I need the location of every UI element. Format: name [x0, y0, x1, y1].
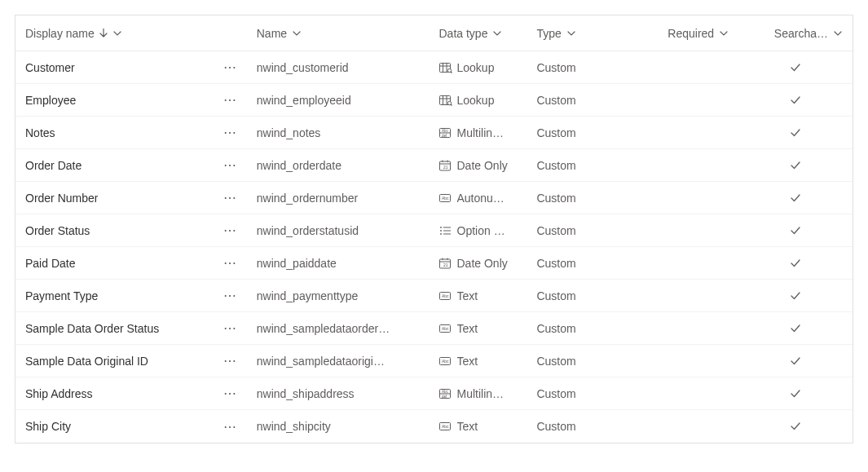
row-actions-button[interactable]: ⋯ [214, 255, 247, 271]
row-actions-button[interactable]: ⋯ [214, 190, 247, 205]
name-text: nwind_shipaddress [257, 387, 355, 400]
data-type-text: Autonu… [457, 192, 504, 205]
name-text: nwind_paymenttype [257, 289, 359, 302]
cell-data-type: Lookup [430, 61, 527, 74]
check-icon [790, 95, 801, 106]
svg-text:21: 21 [443, 262, 448, 267]
cell-display-name[interactable]: Payment Type [15, 289, 214, 302]
chevron-down-icon [833, 29, 843, 38]
row-actions-button[interactable]: ⋯ [214, 288, 247, 303]
row-actions-button[interactable]: ⋯ [214, 60, 247, 75]
svg-text:def: def [442, 394, 447, 398]
svg-text:def: def [442, 133, 447, 137]
data-type-text: Text [457, 355, 478, 368]
svg-text:Abc: Abc [442, 424, 449, 429]
cell-display-name[interactable]: Order Date [15, 159, 214, 172]
more-icon: ⋯ [223, 60, 237, 75]
cell-data-type: AbcText [430, 355, 527, 368]
table-row[interactable]: Order Status⋯nwind_orderstatusidOption …… [15, 214, 853, 247]
cell-searchable [738, 62, 853, 73]
display-name-text: Sample Data Original ID [25, 355, 148, 368]
cell-display-name[interactable]: Ship Address [15, 387, 214, 400]
check-icon [790, 127, 801, 139]
header-label: Data type [439, 27, 488, 40]
header-label: Searcha… [774, 27, 828, 40]
row-actions-button[interactable]: ⋯ [214, 223, 247, 238]
cell-name: nwind_sampledataorigi… [247, 355, 430, 368]
display-name-text: Ship Address [25, 387, 93, 400]
column-header-required[interactable]: Required [632, 27, 738, 40]
cell-type: Custom [527, 94, 632, 107]
table-row[interactable]: Order Number⋯nwind_ordernumberAbcAutonu…… [15, 182, 853, 214]
text-icon: Abc [439, 421, 452, 432]
table-row[interactable]: Order Date⋯nwind_orderdate21Date OnlyCus… [15, 149, 853, 182]
cell-data-type: 21Date Only [430, 159, 527, 172]
table-row[interactable]: Payment Type⋯nwind_paymenttypeAbcTextCus… [15, 280, 853, 312]
table-row[interactable]: Ship City⋯nwind_shipcityAbcTextCustom [15, 410, 853, 443]
table-row[interactable]: Notes⋯nwind_notesAbcdefMultilin…Custom [15, 117, 853, 149]
check-icon [790, 160, 801, 171]
cell-type: Custom [527, 159, 632, 172]
date-icon: 21 [439, 160, 452, 171]
more-icon: ⋯ [223, 419, 237, 435]
lookup-icon [439, 62, 452, 73]
lookup-icon [439, 95, 452, 106]
cell-display-name[interactable]: Customer [15, 61, 214, 74]
name-text: nwind_orderdate [257, 159, 341, 172]
cell-display-name[interactable]: Employee [15, 94, 214, 107]
row-actions-button[interactable]: ⋯ [214, 157, 247, 173]
name-text: nwind_ordernumber [257, 192, 359, 205]
multiline-icon: Abcdef [439, 127, 452, 139]
header-label: Required [668, 27, 714, 40]
name-text: nwind_paiddate [257, 257, 337, 270]
column-header-data-type[interactable]: Data type [430, 27, 527, 40]
display-name-text: Payment Type [25, 289, 98, 302]
row-actions-button[interactable]: ⋯ [214, 419, 247, 435]
table-row[interactable]: Sample Data Original ID⋯nwind_sampledata… [15, 345, 853, 377]
cell-display-name[interactable]: Paid Date [15, 257, 214, 270]
column-header-name[interactable]: Name [247, 27, 430, 40]
cell-searchable [738, 323, 853, 334]
cell-display-name[interactable]: Order Status [15, 224, 214, 237]
display-name-text: Sample Data Order Status [25, 322, 159, 335]
data-type-text: Text [457, 289, 478, 302]
column-header-searchable[interactable]: Searcha… [738, 27, 853, 40]
svg-text:Abc: Abc [442, 359, 449, 364]
row-actions-button[interactable]: ⋯ [214, 386, 247, 401]
cell-type: Custom [527, 126, 632, 139]
svg-text:21: 21 [443, 165, 448, 170]
check-icon [790, 192, 801, 204]
table-row[interactable]: Employee⋯nwind_employeeidLookupCustom [15, 84, 853, 117]
row-actions-button[interactable]: ⋯ [214, 320, 247, 336]
table-row[interactable]: Paid Date⋯nwind_paiddate21Date OnlyCusto… [15, 247, 853, 280]
row-actions-button[interactable]: ⋯ [214, 92, 247, 108]
name-text: nwind_sampledataorigi… [257, 355, 385, 368]
cell-name: nwind_ordernumber [247, 192, 430, 205]
cell-data-type: Lookup [430, 94, 527, 107]
cell-display-name[interactable]: Order Number [15, 192, 214, 205]
check-icon [790, 323, 801, 334]
cell-display-name[interactable]: Ship City [15, 420, 214, 433]
header-row: Display name Name Data type Type [15, 15, 853, 51]
chevron-down-icon [719, 29, 729, 38]
table-row[interactable]: Customer⋯nwind_customeridLookupCustom [15, 51, 853, 84]
row-actions-button[interactable]: ⋯ [214, 353, 247, 368]
more-icon: ⋯ [223, 320, 237, 336]
table-row[interactable]: Sample Data Order Status⋯nwind_sampledat… [15, 312, 853, 345]
cell-display-name[interactable]: Sample Data Order Status [15, 322, 214, 335]
chevron-down-icon [292, 29, 302, 38]
more-icon: ⋯ [223, 386, 237, 401]
chevron-down-icon [566, 29, 576, 38]
data-type-text: Text [457, 420, 478, 433]
svg-text:Abc: Abc [442, 390, 449, 394]
table-row[interactable]: Ship Address⋯nwind_shipaddressAbcdefMult… [15, 377, 853, 410]
type-text: Custom [536, 387, 575, 400]
cell-display-name[interactable]: Notes [15, 126, 214, 139]
row-actions-button[interactable]: ⋯ [214, 125, 247, 140]
type-text: Custom [536, 192, 575, 205]
cell-type: Custom [527, 289, 632, 302]
svg-text:Abc: Abc [442, 129, 449, 133]
column-header-type[interactable]: Type [527, 27, 632, 40]
column-header-display-name[interactable]: Display name [15, 27, 214, 40]
cell-display-name[interactable]: Sample Data Original ID [15, 355, 214, 368]
